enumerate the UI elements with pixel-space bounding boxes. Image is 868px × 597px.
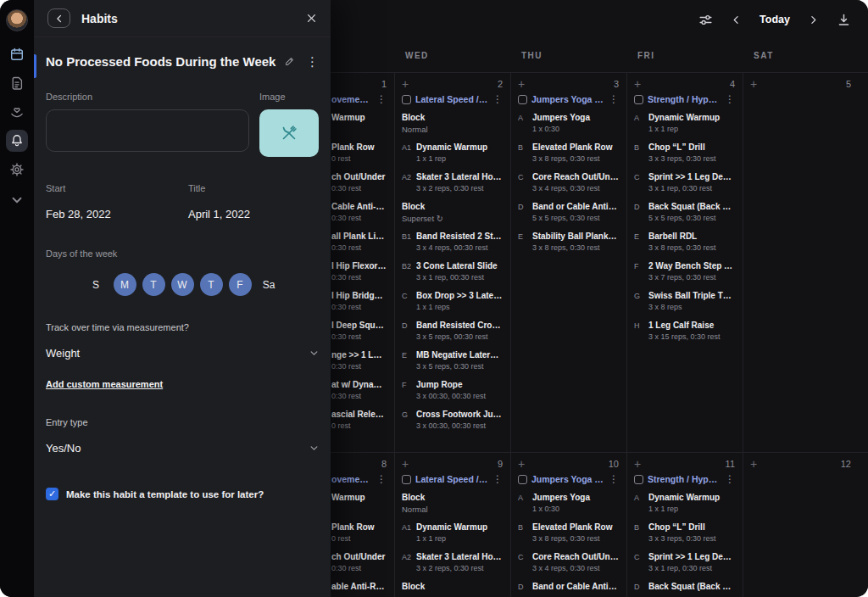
exercise-row[interactable]: F2 Way Bench Step Up3 x 7 reps, 0:30 res… — [634, 261, 735, 291]
avatar[interactable] — [6, 9, 28, 31]
gear-icon[interactable] — [6, 159, 28, 181]
day-wednesday[interactable]: W — [171, 273, 194, 296]
workout-checkbox[interactable] — [518, 475, 527, 484]
close-icon[interactable] — [306, 13, 317, 24]
workout-card[interactable]: Lateral Speed / Plyo⋮BlockNormalA1Dynami… — [402, 474, 503, 597]
exercise-row[interactable]: EBarbell RDL3 x 8 reps, 0:30 rest — [634, 232, 735, 261]
edit-pencil-icon[interactable] — [284, 56, 295, 67]
document-icon[interactable] — [6, 72, 28, 94]
workout-card[interactable]: ovement Q...⋮WarmupPlank Row0 restch Out… — [331, 474, 387, 597]
exercise-row[interactable]: all Plank Linear ...0:30 rest — [331, 232, 387, 261]
exercise-row[interactable]: DBack Squat (Back Off Set)5 x 5 reps, 0:… — [634, 202, 735, 232]
entry-type-select[interactable]: Yes/No — [46, 442, 319, 455]
start-date-value[interactable]: Feb 28, 2022 — [46, 208, 188, 220]
exercise-row[interactable]: Warmup — [331, 113, 387, 142]
workout-menu-icon[interactable]: ⋮ — [609, 94, 619, 104]
title-date-value[interactable]: April 1, 2022 — [188, 208, 250, 220]
workout-checkbox[interactable] — [402, 95, 411, 104]
workout-menu-icon[interactable]: ⋮ — [492, 474, 503, 484]
exercise-row[interactable]: nge >> 1 Leg St...0:30 rest — [331, 350, 387, 380]
exercise-row[interactable]: ch Out/Under0:30 rest — [331, 552, 387, 582]
exercise-row[interactable]: CCore Reach Out/Under3 x 4 reps, 0:30 re… — [518, 172, 619, 202]
habit-menu-icon[interactable]: ⋮ — [306, 55, 319, 68]
add-event-icon[interactable]: + — [402, 79, 409, 89]
add-event-icon[interactable]: + — [518, 79, 525, 89]
exercise-row[interactable]: EMB Negative Lateral Hop...3 x 5 reps, 0… — [402, 350, 503, 380]
workout-card[interactable]: Jumpers Yoga / Core⋮AJumpers Yoga1 x 0:3… — [518, 94, 619, 261]
day-friday[interactable]: F — [229, 273, 252, 296]
day-sunday[interactable]: S — [85, 273, 108, 296]
day-monday[interactable]: M — [114, 273, 136, 296]
bell-icon[interactable] — [6, 130, 28, 152]
exercise-row[interactable]: ADynamic Warmup1 x 1 rep — [634, 493, 735, 522]
filter-sliders-icon[interactable] — [698, 13, 713, 27]
workout-menu-icon[interactable]: ⋮ — [609, 474, 619, 484]
exercise-row[interactable]: Warmup — [331, 493, 387, 522]
exercise-row[interactable]: DBand or Cable Anti Rotati...5 x 5 reps,… — [518, 202, 619, 232]
add-event-icon[interactable]: + — [634, 79, 641, 89]
exercise-row[interactable]: FJump Rope3 x 00:30, 00:30 rest — [402, 380, 503, 410]
exercise-row[interactable]: CSprint >> 1 Leg Declarations3 x 1 rep, … — [634, 172, 735, 202]
exercise-row[interactable]: B23 Cone Lateral Slide3 x 1 rep, 00:30 r… — [402, 261, 503, 291]
exercise-row[interactable]: AJumpers Yoga1 x 0:30 — [518, 493, 619, 522]
exercise-row[interactable]: ch Out/Under0:30 rest — [331, 172, 387, 202]
prev-week-button[interactable] — [731, 14, 742, 25]
heart-hands-icon[interactable] — [6, 101, 28, 123]
exercise-row[interactable]: CBox Drop >> 3 Lateral H...1 x 1 reps — [402, 291, 503, 321]
exercise-row[interactable]: ADynamic Warmup1 x 1 rep — [634, 113, 735, 142]
workout-card[interactable]: Strength / Hypertro...⋮ADynamic Warmup1 … — [634, 474, 735, 597]
exercise-row[interactable]: l Hip Bridge w/ ...0:30 rest — [331, 291, 387, 321]
today-button[interactable]: Today — [760, 14, 790, 25]
workout-menu-icon[interactable]: ⋮ — [492, 94, 503, 104]
add-event-icon[interactable]: + — [402, 459, 409, 469]
exercise-row[interactable]: l Deep Squat Mo...0:30 rest — [331, 321, 387, 350]
add-custom-measurement-link[interactable]: Add custom measurement — [46, 379, 163, 389]
exercise-row[interactable]: BElevated Plank Row3 x 8 reps, 0:30 rest — [518, 142, 619, 172]
next-week-button[interactable] — [808, 14, 819, 25]
exercise-row[interactable]: EStability Ball Plank Linear ...3 x 8 re… — [518, 232, 619, 261]
workout-menu-icon[interactable]: ⋮ — [725, 94, 735, 104]
exercise-row[interactable]: CSprint >> 1 Leg Declarations3 x 1 rep, … — [634, 552, 735, 582]
template-checkbox[interactable]: ✓ — [46, 488, 58, 500]
measurement-select[interactable]: Weight — [46, 347, 319, 360]
exercise-row[interactable]: GSwiss Ball Triple Threat3 x 8 reps — [634, 291, 735, 321]
exercise-row[interactable]: BChop “L” Drill3 x 3 reps, 0:30 rest — [634, 522, 735, 552]
workout-menu-icon[interactable]: ⋮ — [376, 474, 387, 484]
exercise-row[interactable]: Cable Anti-Rotati...0:30 rest — [331, 202, 387, 232]
calendar-icon[interactable] — [6, 43, 28, 65]
exercise-row[interactable]: CCore Reach Out/Under3 x 4 reps, 0:30 re… — [518, 552, 619, 582]
exercise-row[interactable]: at w/ Dynamic P...0:30 rest — [331, 380, 387, 410]
exercise-row[interactable]: BElevated Plank Row3 x 8 reps, 0:30 rest — [518, 522, 619, 552]
exercise-row[interactable]: A2Skater 3 Lateral Hops >> ...3 x 2 reps… — [402, 552, 503, 582]
add-event-icon[interactable]: + — [634, 459, 641, 469]
exercise-row[interactable]: Plank Row0 rest — [331, 522, 387, 552]
exercise-row[interactable]: AJumpers Yoga1 x 0:30 — [518, 113, 619, 142]
exercise-row[interactable]: DBack Squat (Back Off Set) — [634, 582, 735, 597]
day-tuesday[interactable]: T — [142, 273, 165, 296]
back-button[interactable] — [47, 8, 70, 28]
add-event-icon[interactable]: + — [518, 459, 525, 469]
exercise-row[interactable]: H1 Leg Calf Raise3 x 15 reps, 0:30 rest — [634, 321, 735, 350]
exercise-row[interactable]: able Anti-Rotati... — [331, 582, 387, 597]
workout-menu-icon[interactable]: ⋮ — [376, 94, 387, 104]
workout-card[interactable]: Strength / Hypertro...⋮ADynamic Warmup1 … — [634, 94, 735, 350]
exercise-row[interactable]: BChop “L” Drill3 x 3 reps, 0:30 rest — [634, 142, 735, 172]
exercise-row[interactable]: A1Dynamic Warmup1 x 1 rep — [402, 522, 503, 552]
day-thursday[interactable]: T — [200, 273, 223, 296]
workout-menu-icon[interactable]: ⋮ — [725, 474, 735, 484]
exercise-row[interactable]: A1Dynamic Warmup1 x 1 rep — [402, 142, 503, 172]
download-icon[interactable] — [837, 13, 851, 27]
add-event-icon[interactable]: + — [750, 459, 757, 469]
workout-checkbox[interactable] — [518, 95, 527, 104]
workout-card[interactable]: Jumpers Yoga / Core⋮AJumpers Yoga1 x 0:3… — [518, 474, 619, 597]
exercise-row[interactable]: B1Band Resisted 2 Step Late...3 x 4 reps… — [402, 232, 503, 261]
exercise-row[interactable]: ascial Release C...0 rest — [331, 410, 387, 439]
workout-checkbox[interactable] — [402, 475, 411, 484]
exercise-row[interactable]: l Hip Flexor Rais...0:30 rest — [331, 261, 387, 291]
exercise-row[interactable]: Plank Row0 rest — [331, 142, 387, 172]
add-event-icon[interactable]: + — [750, 79, 757, 89]
exercise-row[interactable]: GCross Footwork Jump Rope3 x 00:30, 00:3… — [402, 410, 503, 439]
exercise-row[interactable]: DBand or Cable Anti Rotati... — [518, 582, 619, 597]
habit-image-tile[interactable] — [259, 109, 319, 157]
day-saturday[interactable]: Sa — [258, 273, 281, 296]
